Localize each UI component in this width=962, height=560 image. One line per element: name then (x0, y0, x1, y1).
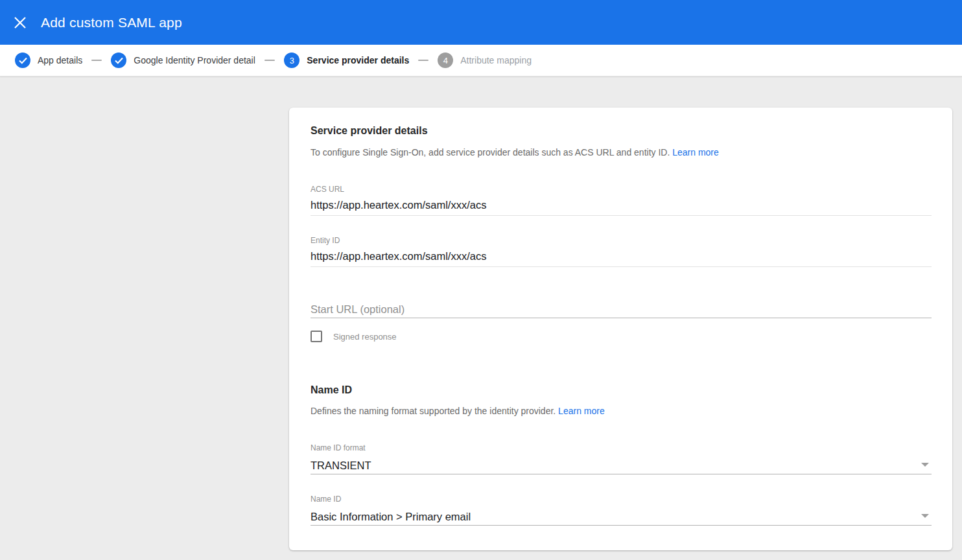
acs-url-field: ACS URL (311, 185, 932, 216)
acs-url-input[interactable] (311, 198, 932, 216)
name-id-label: Name ID (311, 495, 932, 504)
step-service-provider-details[interactable]: 3 Service provider details (284, 52, 409, 68)
entity-id-field: Entity ID (311, 236, 932, 267)
step-separator (91, 60, 102, 61)
start-url-field (311, 303, 932, 318)
entity-id-input[interactable] (311, 250, 932, 267)
step-4-circle: 4 (438, 52, 453, 68)
section-description-service-provider: To configure Single Sign-On, add service… (311, 147, 719, 158)
entity-id-label: Entity ID (311, 236, 932, 245)
wizard-stepper: App details Google Identity Provider det… (0, 45, 962, 76)
name-id-value: Basic Information > Primary email (311, 510, 932, 523)
signed-response-row[interactable]: Signed response (311, 331, 397, 342)
section-heading-name-id: Name ID (311, 384, 352, 396)
step-2-label: Google Identity Provider details (134, 55, 255, 65)
step-3-circle: 3 (284, 52, 299, 68)
service-provider-details-card: Service provider details To configure Si… (289, 108, 952, 550)
signed-response-checkbox[interactable] (311, 331, 322, 342)
dropdown-caret-icon (921, 514, 929, 518)
step-3-label: Service provider details (307, 55, 409, 65)
name-id-format-dropdown[interactable]: Name ID format TRANSIENT (311, 443, 932, 474)
check-icon (115, 57, 123, 64)
name-id-format-value: TRANSIENT (311, 459, 932, 472)
description-text: Defines the naming format supported by t… (311, 406, 556, 416)
step-4-label: Attribute mapping (460, 55, 532, 65)
step-2-circle (111, 52, 126, 68)
acs-url-label: ACS URL (311, 185, 932, 194)
dropdown-caret-icon (921, 463, 929, 467)
start-url-input[interactable] (311, 303, 932, 318)
close-button[interactable] (7, 10, 33, 36)
name-id-format-label: Name ID format (311, 443, 932, 452)
step-google-idp-details[interactable]: Google Identity Provider details (111, 52, 255, 68)
dialog-title: Add custom SAML app (41, 15, 182, 30)
description-text: To configure Single Sign-On, add service… (311, 147, 670, 158)
step-app-details[interactable]: App details (15, 52, 82, 68)
step-attribute-mapping[interactable]: 4 Attribute mapping (438, 52, 532, 68)
dialog-header: Add custom SAML app (0, 0, 962, 45)
name-id-dropdown[interactable]: Name ID Basic Information > Primary emai… (311, 495, 932, 526)
step-1-circle (15, 52, 30, 68)
check-icon (19, 57, 27, 64)
learn-more-link[interactable]: Learn more (558, 406, 605, 416)
step-1-label: App details (38, 55, 82, 65)
section-heading-service-provider: Service provider details (311, 125, 428, 137)
close-icon (14, 16, 27, 29)
section-description-name-id: Defines the naming format supported by t… (311, 406, 605, 416)
step-separator (418, 60, 428, 61)
step-separator (264, 60, 275, 61)
learn-more-link[interactable]: Learn more (672, 147, 719, 158)
signed-response-label: Signed response (333, 332, 397, 342)
